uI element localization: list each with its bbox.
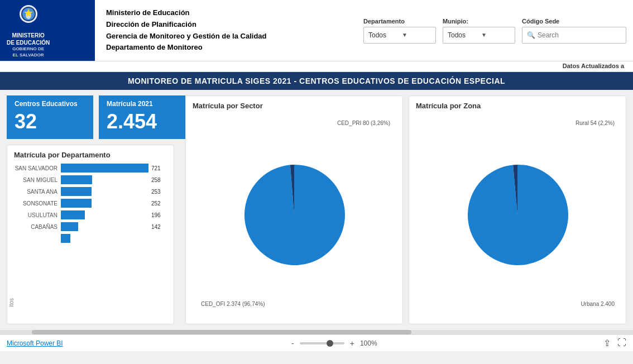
zona-chart-title: Matrícula por Zona [416, 102, 619, 110]
logo-text: MINISTERIO DE EDUCACIÓN GOBIERNO DE EL S… [7, 32, 50, 58]
sector-label-ofi: CED_OFI 2.374 (96,74%) [201, 301, 265, 307]
centros-card: Centros Educativos 32 [7, 95, 93, 139]
filters-area: Departamento Todos ▼ Munipio: Todos ▼ Có… [357, 0, 633, 61]
zoom-out-button[interactable]: - [289, 339, 296, 348]
bar-fill [61, 187, 92, 196]
vertical-axis-label: itos [8, 298, 15, 307]
zona-pie-svg [462, 159, 573, 271]
bar-fill [61, 210, 85, 219]
search-input[interactable] [538, 31, 621, 39]
departamento-select[interactable]: Todos ▼ [363, 27, 436, 44]
bottom-right-icons: ⇪ ⛶ [603, 338, 626, 348]
bar-track [61, 222, 148, 231]
bar-fill [61, 164, 148, 173]
chevron-down-icon: ▼ [402, 32, 431, 38]
zona-label-urbana: Urbana 2.400 [581, 301, 615, 307]
municipio-select[interactable]: Todos ▼ [443, 27, 515, 44]
chevron-down-icon: ▼ [481, 32, 510, 38]
sector-chart-title: Matrícula por Sector [193, 102, 396, 110]
bar-track [61, 234, 148, 243]
municipio-value: Todos [448, 31, 477, 39]
org-line3: Gerencia de Monitoreo y Gestión de la Ca… [106, 31, 346, 42]
title-banner: MONITOREO DE MATRICULA SIGES 2021 - CENT… [0, 72, 633, 90]
bar-label: CABAÑAS [14, 224, 57, 230]
bar-value: 721 [151, 165, 167, 171]
sector-chart: Matrícula por Sector CED_PRI 80 (3,26%) … [185, 95, 403, 324]
bar-fill [61, 199, 92, 208]
scroll-thumb[interactable] [32, 330, 411, 334]
scroll-bar[interactable] [0, 330, 633, 334]
org-line1: Ministerio de Educación [106, 7, 346, 19]
bar-value: 252 [151, 200, 167, 207]
bar-track [61, 164, 148, 173]
bar-fill [61, 222, 78, 231]
departamento-value: Todos [368, 31, 397, 39]
search-icon: 🔍 [527, 31, 535, 39]
zoom-controls: - + 100% [289, 339, 377, 348]
zoom-slider[interactable] [300, 342, 344, 344]
zona-pie-container: Rural 54 (2,2%) Urbana 2.400 [416, 114, 619, 315]
org-line2: Dirección de Planificación [106, 19, 346, 31]
bar-label: SAN MIGUEL [14, 177, 57, 183]
centros-label: Centros Educativos [15, 100, 78, 108]
header-title: Ministerio de Educación Dirección de Pla… [95, 0, 357, 61]
bar-value: 258 [151, 177, 167, 183]
bar-track [61, 199, 148, 208]
zona-chart: Matrícula por Zona Rural 54 (2,2%) Urban… [409, 95, 626, 324]
departamento-label: Departamento [363, 18, 436, 25]
dept-bar-item: USULUTAN 196 [14, 210, 167, 219]
bar-fill [61, 175, 92, 184]
share-icon[interactable]: ⇪ [603, 338, 611, 348]
codigo-sede-label: Código Sede [522, 18, 626, 25]
zoom-thumb[interactable] [327, 340, 333, 347]
departamento-filter: Departamento Todos ▼ [363, 18, 436, 44]
search-box[interactable]: 🔍 [522, 27, 626, 44]
sector-pie-container: CED_PRI 80 (3,26%) CED_OFI 2.374 (96,74%… [193, 114, 396, 315]
dept-chart-title: Matrícula por Departamento [14, 151, 167, 159]
bar-track [61, 187, 148, 196]
dept-bar-item: CABAÑAS 142 [14, 222, 167, 231]
org-line4: Departamento de Monitoreo [106, 42, 346, 54]
zoom-in-button[interactable]: + [348, 339, 357, 348]
zoom-level: 100% [360, 339, 377, 347]
dept-bar-item: SONSONATE 252 [14, 199, 167, 208]
bar-track [61, 210, 148, 219]
dept-chart: Matrícula por Departamento SAN SALVADOR … [7, 145, 174, 324]
bar-label: SAN SALVADOR [14, 165, 57, 171]
zona-label-rural: Rural 54 (2,2%) [576, 120, 615, 126]
bar-label: SANTA ANA [14, 189, 57, 195]
data-updated-text: Datos Actualizados a [563, 63, 624, 69]
bar-value: 142 [151, 224, 167, 230]
search-filter: Código Sede 🔍 [522, 18, 626, 44]
bottom-bar: Microsoft Power BI - + 100% ⇪ ⛶ [0, 334, 633, 351]
powerbi-link[interactable]: Microsoft Power BI [7, 339, 63, 347]
header: MINISTERIO DE EDUCACIÓN GOBIERNO DE EL S… [0, 0, 633, 61]
matricula-value: 2.454 [107, 110, 157, 133]
bar-label: USULUTAN [14, 212, 57, 218]
sector-pie-svg [238, 159, 350, 271]
matricula-card: Matrícula 2021 2.454 [99, 95, 185, 139]
matricula-label: Matrícula 2021 [107, 100, 153, 108]
municipio-label: Munipio: [443, 18, 515, 25]
dept-bar-item: SAN SALVADOR 721 [14, 164, 167, 173]
main-content: Centros Educativos 32 Matrícula 2021 2.4… [0, 90, 633, 330]
dept-bars: SAN SALVADOR 721 SAN MIGUEL 258 SANTA AN… [14, 164, 167, 243]
municipio-filter: Munipio: Todos ▼ [443, 18, 515, 44]
dept-bar-item: SANTA ANA 253 [14, 187, 167, 196]
bar-fill [61, 234, 70, 243]
banner-title: MONITOREO DE MATRICULA SIGES 2021 - CENT… [128, 76, 505, 85]
bar-value: 253 [151, 189, 167, 195]
logo-crest-icon [15, 3, 42, 30]
data-updated-bar: Datos Actualizados a [0, 61, 633, 72]
fullscreen-icon[interactable]: ⛶ [617, 338, 626, 348]
bar-track [61, 175, 148, 184]
dept-bar-item [14, 234, 167, 243]
logo-area: MINISTERIO DE EDUCACIÓN GOBIERNO DE EL S… [0, 0, 95, 61]
dept-bar-item: SAN MIGUEL 258 [14, 175, 167, 184]
stat-cards-row: Centros Educativos 32 Matrícula 2021 2.4… [7, 95, 180, 139]
bar-value: 196 [151, 212, 167, 218]
bar-label: SONSONATE [14, 200, 57, 207]
sector-label-pri: CED_PRI 80 (3,26%) [337, 120, 390, 126]
centros-value: 32 [15, 110, 37, 133]
